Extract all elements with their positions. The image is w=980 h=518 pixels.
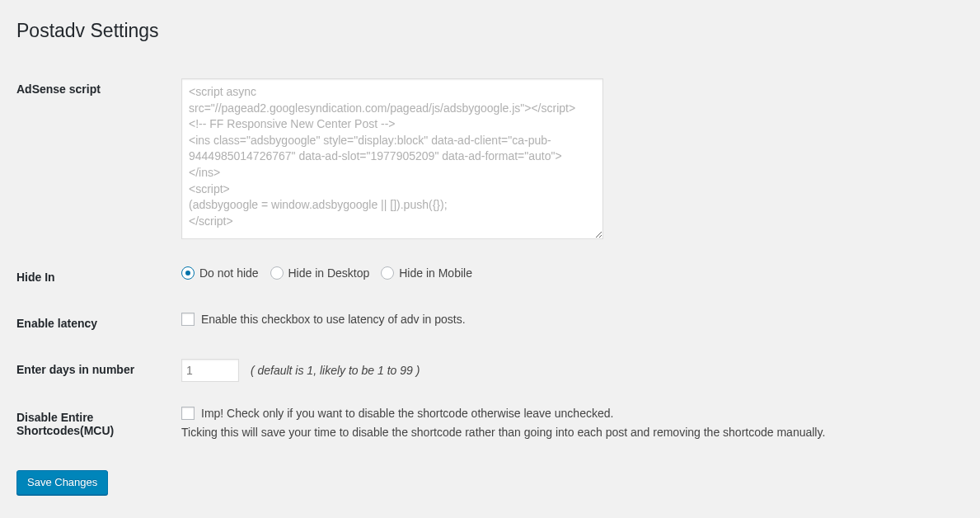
enable-latency-checkbox-label[interactable]: Enable this checkbox to use latency of a… <box>181 313 466 326</box>
disable-shortcodes-checkbox[interactable] <box>181 407 195 420</box>
hide-in-option-label-1: Hide in Desktop <box>288 266 370 280</box>
disable-shortcodes-text: Imp! Check only if you want to disable t… <box>201 407 613 420</box>
page-title: Postadv Settings <box>16 12 964 45</box>
save-changes-button[interactable]: Save Changes <box>16 470 108 495</box>
hide-in-option-label-2: Hide in Mobile <box>399 266 472 280</box>
settings-form-table: AdSense script Hide In Do not hide Hide … <box>16 66 964 454</box>
hide-in-option-mobile[interactable]: Hide in Mobile <box>381 266 472 280</box>
disable-shortcodes-description: Ticking this will save your time to disa… <box>181 426 955 439</box>
hide-in-option-label-0: Do not hide <box>199 266 259 280</box>
enable-latency-label: Enable latency <box>16 300 181 346</box>
hide-in-option-desktop[interactable]: Hide in Desktop <box>270 266 370 280</box>
hide-in-radio-group: Do not hide Hide in Desktop Hide in Mobi… <box>181 266 955 282</box>
days-label: Enter days in number <box>16 346 181 394</box>
disable-shortcodes-checkbox-label[interactable]: Imp! Check only if you want to disable t… <box>181 407 613 420</box>
days-hint: ( default is 1, likely to be 1 to 99 ) <box>251 364 420 377</box>
hide-in-label: Hide In <box>16 254 181 300</box>
disable-shortcodes-label: Disable Entire Shortcodes(MCU) <box>16 394 181 454</box>
adsense-script-textarea[interactable] <box>181 78 603 239</box>
hide-in-option-do-not-hide[interactable]: Do not hide <box>181 266 259 280</box>
enable-latency-checkbox[interactable] <box>181 313 195 326</box>
hide-in-radio-desktop[interactable] <box>270 266 284 280</box>
hide-in-radio-do-not-hide[interactable] <box>181 266 195 280</box>
hide-in-radio-mobile[interactable] <box>381 266 394 280</box>
enable-latency-text: Enable this checkbox to use latency of a… <box>201 313 466 326</box>
days-input[interactable] <box>181 359 239 382</box>
adsense-script-label: AdSense script <box>16 66 181 254</box>
